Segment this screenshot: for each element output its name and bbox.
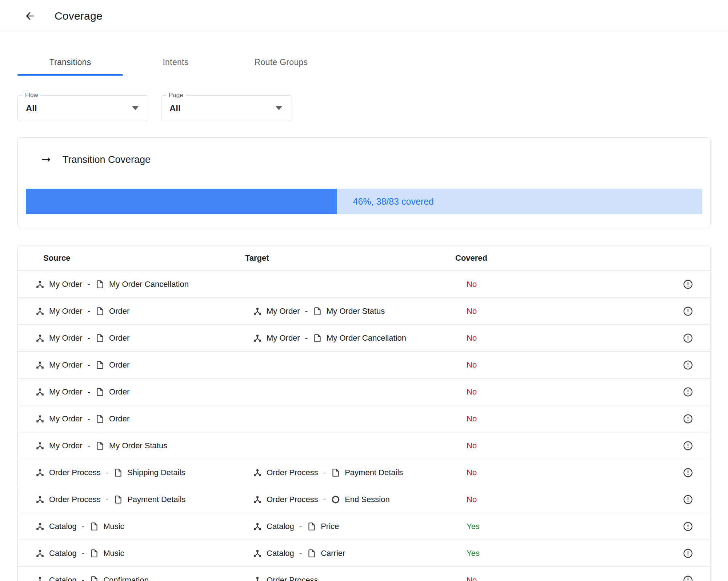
page-name: Order (109, 414, 129, 424)
page-select[interactable]: Page All (161, 95, 292, 121)
page-icon (95, 414, 105, 424)
table-row: My Order - Order No (18, 405, 710, 432)
source-cell: Catalog - Music (18, 522, 245, 531)
page-name: My Order Status (109, 441, 167, 450)
dash-separator: - (299, 522, 302, 531)
target-flow-page: My Order - My Order Status (253, 306, 385, 316)
dash-separator: - (88, 387, 90, 397)
source-cell: My Order - Order (18, 360, 245, 370)
covered-cell: No (455, 441, 528, 450)
progress-label: 46%, 38/83 covered (353, 196, 434, 207)
tab-transitions[interactable]: Transitions (17, 49, 123, 76)
info-icon[interactable] (682, 520, 694, 533)
info-icon[interactable] (682, 493, 694, 506)
flow-name: My Order (49, 387, 83, 397)
target-flow-page: Order Process - Payment Details (253, 468, 403, 477)
arrow-right-icon (40, 153, 52, 166)
error-outline-icon (683, 521, 693, 532)
flow-name: My Order (49, 306, 83, 316)
dash-separator: - (82, 549, 84, 558)
dash-separator: - (305, 333, 308, 343)
page-icon (95, 280, 105, 289)
info-icon[interactable] (682, 386, 694, 398)
column-header-covered: Covered (455, 253, 528, 263)
flow-icon (35, 522, 45, 531)
target-cell: Order Process - End Session (245, 495, 455, 504)
page-icon (313, 333, 322, 343)
covered-cell: No (455, 495, 528, 504)
actions-cell (528, 574, 710, 581)
target-flow-page: Order Process - (253, 576, 318, 581)
flow-icon (35, 441, 45, 450)
error-outline-icon (683, 279, 693, 290)
covered-cell: No (455, 306, 528, 316)
page-icon (89, 522, 99, 531)
flow-name: Catalog (267, 522, 294, 531)
info-icon[interactable] (682, 440, 694, 452)
flow-name: My Order (49, 280, 83, 289)
info-icon[interactable] (682, 332, 694, 344)
card-title: Transition Coverage (63, 154, 151, 165)
page-name: Price (321, 522, 339, 531)
info-icon[interactable] (682, 413, 694, 425)
flow-icon (253, 576, 262, 581)
covered-status: No (467, 495, 477, 504)
flow-name: Order Process (267, 495, 318, 504)
covered-status: Yes (467, 522, 480, 531)
page-name: Payment Details (345, 468, 403, 477)
dash-separator: - (88, 360, 90, 370)
info-icon[interactable] (682, 359, 694, 371)
tab-route-groups[interactable]: Route Groups (228, 49, 334, 76)
tab-intents[interactable]: Intents (123, 49, 228, 76)
info-icon[interactable] (682, 574, 694, 581)
target-cell (245, 280, 455, 289)
target-flow-page: Order Process - End Session (253, 495, 390, 504)
info-icon[interactable] (682, 547, 694, 560)
actions-cell (528, 278, 710, 290)
page-name: Carrier (321, 549, 345, 558)
dash-separator: - (88, 306, 90, 316)
back-button[interactable] (21, 7, 39, 25)
target-cell: My Order - My Order Status (245, 306, 455, 316)
tab-bar: Transitions Intents Route Groups (17, 49, 728, 76)
flow-icon (35, 333, 45, 343)
covered-cell: No (455, 333, 528, 343)
covered-status: No (467, 280, 477, 289)
source-flow-page: My Order - My Order Status (35, 441, 167, 450)
covered-status: No (467, 306, 477, 316)
covered-status: No (467, 468, 477, 477)
table-row: My Order - Order No (18, 352, 710, 378)
flow-icon (253, 495, 262, 504)
covered-status: No (467, 576, 477, 581)
target-cell (245, 414, 455, 424)
target-cell (245, 441, 455, 450)
info-icon[interactable] (682, 278, 694, 290)
info-icon[interactable] (682, 466, 694, 479)
error-outline-icon (683, 440, 693, 451)
source-cell: My Order - Order (18, 387, 245, 397)
actions-cell (528, 386, 710, 398)
covered-cell: No (455, 387, 528, 397)
source-flow-page: Catalog - Music (35, 549, 124, 558)
info-icon[interactable] (682, 305, 694, 317)
covered-cell: No (455, 280, 528, 289)
source-flow-page: My Order - Order (35, 414, 129, 424)
flow-name: Catalog (49, 576, 77, 581)
table-row: My Order - My Order Cancellation No (18, 271, 710, 298)
flow-icon (253, 333, 262, 343)
covered-cell: Yes (455, 522, 528, 531)
table-header-row: Source Target Covered (18, 245, 710, 271)
covered-cell: Yes (455, 549, 528, 558)
covered-status: No (467, 360, 477, 370)
dash-separator: - (88, 414, 90, 424)
page-icon (95, 387, 105, 397)
flow-select[interactable]: Flow All (17, 95, 148, 121)
page-icon (331, 468, 340, 477)
flow-icon (253, 522, 262, 531)
source-cell: My Order - My Order Cancellation (18, 280, 245, 289)
flow-name: My Order (267, 333, 300, 343)
flow-name: My Order (49, 333, 83, 343)
column-header-target: Target (245, 253, 455, 263)
source-flow-page: Catalog - Confirmation (35, 576, 149, 581)
table-row: Catalog - Confirmation Order Process - N… (18, 567, 710, 581)
